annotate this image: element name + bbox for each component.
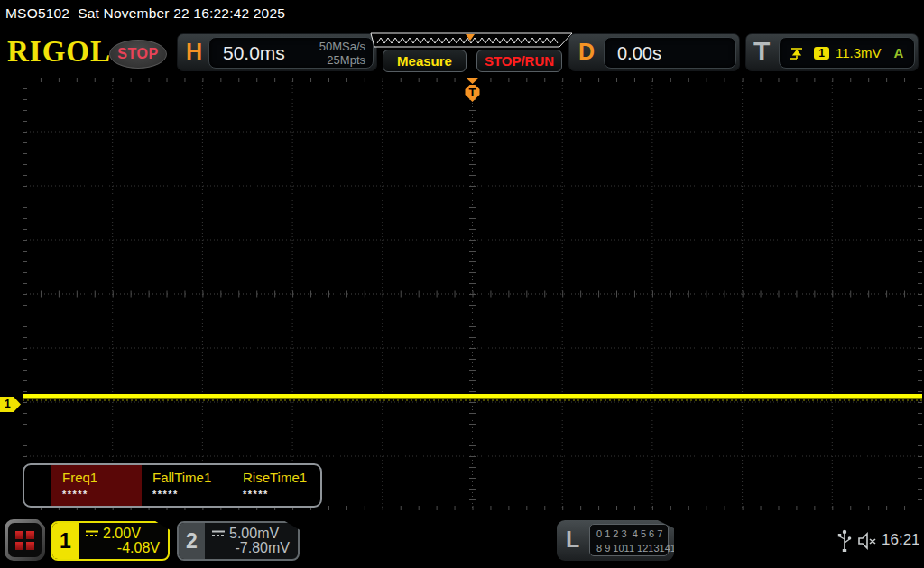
top-status-bar: MSO5102 Sat November 22 16:22:42 2025 bbox=[0, 0, 924, 29]
delay-display: 0.00s bbox=[604, 37, 736, 69]
dc-coupling-icon bbox=[86, 530, 98, 537]
timebase-preview-strip[interactable] bbox=[370, 32, 574, 48]
stop-run-button[interactable]: STOP/RUN bbox=[476, 50, 562, 72]
channel2-offset: -7.80mV bbox=[236, 540, 290, 556]
acquisition-info: 50MSa/s 25Mpts bbox=[319, 40, 365, 67]
waveform-graticule: T bbox=[23, 78, 922, 510]
trigger-level-value: 11.3mV bbox=[836, 45, 882, 60]
run-state-label: STOP bbox=[117, 46, 158, 62]
run-state-indicator: STOP bbox=[109, 40, 167, 69]
topbar-spacer bbox=[69, 5, 78, 21]
edge-and-center-ticks bbox=[23, 78, 922, 510]
trigger-label: T bbox=[753, 36, 770, 67]
logic-row1: 0 1 2 3 4 5 6 7 bbox=[596, 528, 662, 539]
sample-rate: 50MSa/s bbox=[319, 40, 365, 53]
horizontal-timebase-widget[interactable]: H 50.0ms 50MSa/s 25Mpts bbox=[177, 33, 377, 71]
datetime-text: Sat November 22 16:22:42 2025 bbox=[78, 5, 285, 21]
logic-channel-list: 0 1 2 3 4 5 6 7 8 9 1011 12131415 bbox=[589, 524, 669, 556]
measurement-value: ***** bbox=[152, 489, 179, 499]
trigger-source-chip: 1 bbox=[814, 47, 829, 60]
speaker-muted-icon bbox=[857, 532, 879, 550]
logic-row2: 8 9 1011 12131415 bbox=[596, 543, 681, 554]
horizontal-label: H bbox=[186, 39, 202, 65]
channel1-values: 2.00V -4.08V bbox=[79, 523, 168, 559]
logic-label: L bbox=[566, 527, 579, 553]
clock-text: 16:21 bbox=[882, 531, 920, 549]
quick-menu-button[interactable] bbox=[5, 519, 45, 561]
stop-run-button-label: STOP/RUN bbox=[485, 53, 554, 69]
model-name: MSO5102 bbox=[5, 5, 69, 21]
measurement-risetime1[interactable]: RiseTime1 ***** bbox=[232, 465, 322, 506]
channel1-position-marker[interactable]: 1 bbox=[0, 397, 21, 412]
channel1-widget[interactable]: 1 2.00V -4.08V bbox=[51, 521, 170, 561]
measurement-panel: Freq1 ***** FallTime1 ***** RiseTime1 **… bbox=[23, 463, 322, 508]
trigger-position-marker[interactable]: T bbox=[466, 78, 480, 102]
trigger-marker-letter: T bbox=[469, 86, 476, 99]
channel1-number: 1 bbox=[52, 523, 79, 559]
measurement-freq1[interactable]: Freq1 ***** bbox=[51, 465, 142, 506]
measure-button-label: Measure bbox=[397, 53, 452, 69]
timebase-display: 50.0ms 50MSa/s 25Mpts bbox=[208, 37, 374, 69]
delay-value: 0.00s bbox=[617, 43, 661, 64]
measurement-label: FallTime1 bbox=[152, 470, 211, 485]
trigger-widget[interactable]: T 1 11.3mV A bbox=[745, 33, 919, 71]
measure-button[interactable]: Measure bbox=[383, 50, 467, 72]
timebase-value: 50.0ms bbox=[223, 42, 285, 64]
delay-label: D bbox=[578, 39, 595, 65]
measurement-label: Freq1 bbox=[62, 470, 97, 485]
channel2-values: 5.00mV -7.80mV bbox=[205, 523, 298, 559]
trigger-mode-auto: A bbox=[894, 45, 904, 60]
trigger-position-triangle bbox=[466, 78, 479, 84]
rigol-logo: RIGOL bbox=[7, 35, 111, 69]
dc-coupling-icon bbox=[212, 530, 225, 537]
measurement-value: ***** bbox=[62, 489, 88, 499]
trigger-slope-icon bbox=[789, 46, 805, 60]
measurement-value: ***** bbox=[243, 489, 269, 499]
measurement-falltime1[interactable]: FallTime1 ***** bbox=[142, 465, 232, 506]
measurement-label: RiseTime1 bbox=[243, 470, 307, 485]
memory-depth: 25Mpts bbox=[319, 53, 365, 67]
menu-grid-icon bbox=[8, 523, 42, 557]
channel1-offset: -4.08V bbox=[117, 540, 160, 556]
channel2-number: 2 bbox=[179, 523, 205, 559]
delay-widget[interactable]: D 0.00s bbox=[568, 33, 740, 71]
logic-analyzer-widget[interactable]: L 0 1 2 3 4 5 6 7 8 9 1011 12131415 bbox=[557, 520, 674, 561]
channel2-widget[interactable]: 2 5.00mV -7.80mV bbox=[177, 521, 300, 561]
usb-icon bbox=[837, 528, 852, 554]
trigger-display: 1 11.3mV A bbox=[779, 37, 915, 69]
